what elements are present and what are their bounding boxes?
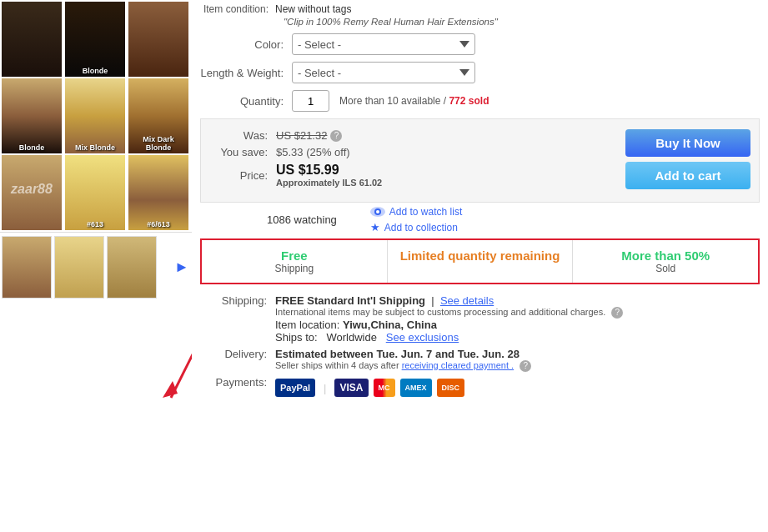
sidebar-img-4[interactable]: Blonde bbox=[2, 78, 62, 153]
receiving-cleared-link[interactable]: receiving cleared payment . bbox=[402, 360, 515, 370]
delivery-label: Delivery: bbox=[200, 348, 275, 360]
shipping-value: FREE Standard Int'l Shipping | See detai… bbox=[275, 294, 623, 307]
save-value: $5.33 (25% off) bbox=[276, 146, 350, 158]
thumb-3[interactable] bbox=[107, 236, 157, 299]
img-label-1: Blonde bbox=[67, 67, 123, 75]
img-label-6: #6/613 bbox=[130, 220, 187, 228]
length-weight-select[interactable]: - Select - bbox=[292, 62, 475, 83]
color-label: Color: bbox=[200, 38, 292, 51]
quantity-input[interactable] bbox=[292, 90, 329, 112]
sidebar-img-3[interactable] bbox=[128, 2, 188, 77]
was-price: US $21.32 bbox=[276, 129, 327, 142]
delivery-row: Delivery: Estimated between Tue. Jun. 7 … bbox=[200, 348, 760, 372]
price-row: Price: US $15.99 Approximately ILS 61.02 bbox=[209, 163, 609, 188]
sold-sub: Sold bbox=[578, 263, 753, 274]
shipping-details: FREE Standard Int'l Shipping | See detai… bbox=[275, 294, 623, 344]
quantity-sold: 772 sold bbox=[449, 95, 489, 107]
see-details-link[interactable]: See details bbox=[440, 294, 494, 307]
color-row: Color: - Select - bbox=[200, 33, 760, 55]
quantity-label: Quantity: bbox=[200, 95, 292, 108]
sidebar-img-7[interactable]: zaar88 bbox=[2, 155, 62, 230]
help-icon-was[interactable]: ? bbox=[330, 130, 342, 142]
price-details: US $15.99 Approximately ILS 61.02 bbox=[276, 163, 382, 188]
highlight-free-shipping: Free Shipping bbox=[202, 240, 388, 283]
collection-link[interactable]: ★ Add to collection bbox=[370, 221, 462, 233]
eye-icon bbox=[370, 207, 385, 217]
watch-list-link[interactable]: Add to watch list bbox=[370, 206, 462, 218]
sidebar-img-6[interactable]: Mix Dark Blonde bbox=[128, 78, 188, 153]
watching-section: 1086 watching Add to watch list ★ Add to… bbox=[200, 203, 760, 233]
visa-icon: VISA bbox=[334, 379, 368, 397]
see-exclusions-link[interactable]: See exclusions bbox=[386, 331, 459, 344]
payment-icons-row: PayPal | VISA MC AMEX DISC bbox=[275, 379, 464, 397]
shipping-row: Shipping: FREE Standard Int'l Shipping |… bbox=[200, 294, 760, 344]
item-location: Item location: Yiwu,China, China bbox=[275, 319, 623, 331]
mastercard-icon: MC bbox=[374, 379, 395, 397]
shipping-label: Shipping: bbox=[200, 294, 275, 307]
quantity-row: Quantity: More than 10 available / 772 s… bbox=[200, 90, 760, 112]
add-to-cart-button[interactable]: Add to cart bbox=[625, 162, 750, 189]
main-content: Item condition: New without tags "Clip i… bbox=[192, 0, 768, 532]
sold-label: More than 50% bbox=[578, 248, 753, 263]
svg-line-0 bbox=[171, 331, 192, 398]
current-price: US $15.99 bbox=[276, 163, 382, 178]
price-info: Was: US $21.32 ? You save: $5.33 (25% of… bbox=[209, 129, 609, 192]
sidebar-img-1[interactable] bbox=[2, 2, 62, 77]
amex-icon: AMEX bbox=[400, 379, 432, 397]
condition-label: Item condition: bbox=[200, 3, 275, 15]
img-label-2: Blonde bbox=[3, 143, 60, 152]
payments-row: Payments: PayPal | VISA MC AMEX DISC bbox=[200, 376, 760, 397]
help-icon-customs[interactable]: ? bbox=[611, 307, 623, 319]
limited-label: Limited quantity remaining bbox=[393, 248, 568, 263]
approx-value: ILS 61.02 bbox=[342, 178, 382, 188]
watching-count: 1086 watching bbox=[267, 213, 337, 226]
sidebar-image-grid: Blonde Blonde Mix Blonde Mix Dark Blonde… bbox=[0, 0, 192, 232]
red-arrow-indicator bbox=[163, 323, 192, 409]
condition-row: Item condition: New without tags bbox=[200, 0, 760, 17]
help-icon-delivery[interactable]: ? bbox=[520, 360, 531, 372]
product-image-sidebar: Blonde Blonde Mix Blonde Mix Dark Blonde… bbox=[0, 0, 192, 532]
next-arrow[interactable]: ► bbox=[173, 258, 190, 276]
customs-note: International items may be subject to cu… bbox=[275, 307, 623, 319]
price-buttons: Buy It Now Add to cart bbox=[625, 129, 750, 189]
price-label: Price: bbox=[209, 169, 276, 182]
buy-now-button[interactable]: Buy It Now bbox=[625, 129, 750, 157]
length-weight-label: Length & Weight: bbox=[200, 67, 292, 79]
free-label: Free bbox=[207, 248, 382, 263]
thumbnail-row bbox=[2, 236, 173, 299]
delivery-details: Estimated between Tue. Jun. 7 and Tue. J… bbox=[275, 348, 531, 372]
svg-point-4 bbox=[376, 210, 379, 213]
watermark-text: zaar88 bbox=[2, 182, 62, 197]
save-label: You save: bbox=[209, 146, 276, 158]
approx-price: Approximately ILS 61.02 bbox=[276, 178, 382, 188]
sidebar-img-5[interactable]: Mix Blonde bbox=[65, 78, 125, 153]
delivery-dates: Estimated between Tue. Jun. 7 and Tue. J… bbox=[275, 348, 531, 360]
action-links: Add to watch list ★ Add to collection bbox=[370, 206, 462, 233]
color-select[interactable]: - Select - bbox=[292, 33, 475, 55]
thumb-1[interactable] bbox=[2, 236, 52, 299]
product-quote: "Clip in 100% Remy Real Human Hair Exten… bbox=[200, 17, 760, 33]
was-row: Was: US $21.32 ? bbox=[209, 129, 609, 142]
img-label-5: #613 bbox=[67, 220, 123, 228]
svg-marker-1 bbox=[163, 381, 178, 398]
highlight-sold-pct: More than 50% Sold bbox=[573, 240, 758, 283]
condition-value: New without tags bbox=[275, 3, 351, 15]
discover-icon: DISC bbox=[437, 379, 465, 397]
paypal-icon: PayPal bbox=[275, 379, 315, 397]
free-sub: Shipping bbox=[207, 263, 382, 274]
img-label-3: Mix Blonde bbox=[67, 143, 123, 152]
sidebar-bottom: ► bbox=[0, 232, 192, 302]
sidebar-img-8[interactable]: #613 bbox=[65, 155, 125, 230]
price-box: Was: US $21.32 ? You save: $5.33 (25% of… bbox=[200, 118, 760, 203]
was-label: Was: bbox=[209, 129, 276, 142]
shipping-section: Shipping: FREE Standard Int'l Shipping |… bbox=[200, 289, 760, 406]
sidebar-img-2[interactable]: Blonde bbox=[65, 2, 125, 77]
length-weight-row: Length & Weight: - Select - bbox=[200, 62, 760, 83]
img-label-4: Mix Dark Blonde bbox=[130, 135, 187, 152]
delivery-sub: Seller ships within 4 days after receivi… bbox=[275, 360, 531, 372]
ships-to: Ships to: Worldwide See exclusions bbox=[275, 331, 623, 344]
thumb-2[interactable] bbox=[54, 236, 104, 299]
star-icon: ★ bbox=[370, 221, 380, 233]
sidebar-img-9[interactable]: #6/613 bbox=[128, 155, 188, 230]
payments-label: Payments: bbox=[200, 376, 275, 389]
